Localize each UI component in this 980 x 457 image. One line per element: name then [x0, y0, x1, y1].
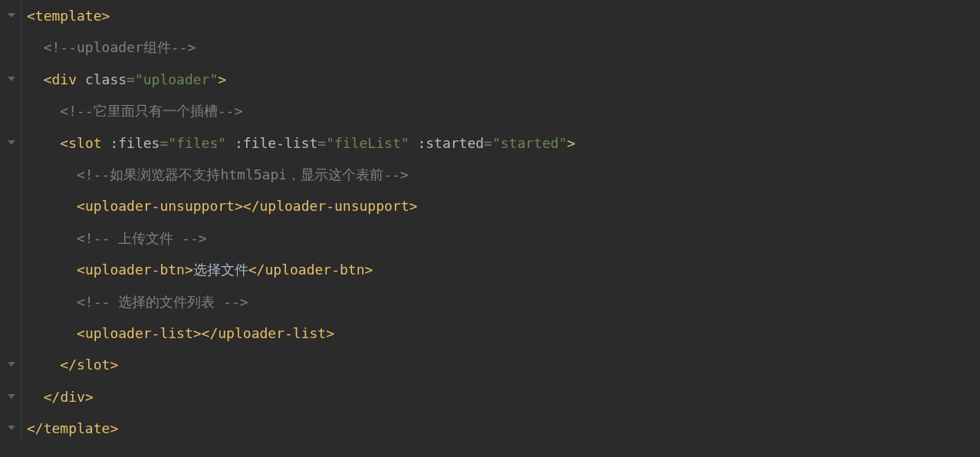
token-bracket: >	[85, 389, 94, 405]
code-line[interactable]: <uploader-list></uploader-list>	[23, 317, 980, 349]
fold-marker-icon[interactable]	[6, 393, 15, 402]
token-attr-value: ="fileList"	[317, 135, 417, 151]
token-bracket: <	[27, 8, 35, 24]
token-tag: template	[35, 8, 102, 24]
token-bracket: <	[44, 71, 52, 87]
token-bracket: ></	[235, 198, 260, 214]
token-tag: uploader-btn	[265, 261, 364, 278]
code-line[interactable]: <uploader-btn>选择文件</uploader-btn>	[23, 254, 980, 285]
code-line[interactable]: <slot :files="files" :file-list="fileLis…	[23, 127, 980, 159]
code-line[interactable]: <!-- 上传文件 -->	[23, 222, 980, 254]
token-bracket: <	[77, 198, 85, 214]
token-attr-name: :files	[110, 135, 159, 151]
token-bracket: ></	[193, 325, 219, 341]
token-attr-value: ="uploader"	[127, 71, 218, 87]
token-bracket: >	[102, 8, 110, 24]
code-line[interactable]: <uploader-unsupport></uploader-unsupport…	[23, 190, 980, 222]
token-attr-name: :started	[417, 135, 484, 151]
token-bracket: <	[77, 325, 85, 341]
token-bracket: </	[44, 389, 61, 405]
token-bracket: >	[110, 420, 118, 436]
fold-marker-icon[interactable]	[6, 424, 15, 433]
code-line[interactable]: <!--它里面只有一个插槽-->	[23, 95, 980, 127]
code-line[interactable]: <!--uploader组件-->	[23, 31, 980, 63]
token-tag: uploader-unsupport	[85, 198, 235, 214]
fold-marker-icon[interactable]	[6, 12, 15, 21]
token-bracket: <	[77, 261, 85, 278]
token-tag: slot	[77, 357, 110, 373]
token-comment: <!-- 选择的文件列表 -->	[77, 294, 248, 310]
token-attr-value: ="files"	[159, 135, 235, 151]
code-line[interactable]: <div class="uploader">	[23, 64, 980, 95]
code-line[interactable]: </slot>	[23, 349, 980, 380]
token-tag: slot	[68, 135, 110, 151]
token-tag: uploader-btn	[85, 261, 185, 278]
code-content[interactable]: <template> <!--uploader组件--> <div class=…	[23, 0, 980, 444]
code-line[interactable]: <!--如果浏览器不支持html5api，显示这个表前-->	[23, 159, 980, 190]
token-bracket: >	[185, 261, 193, 278]
token-bracket: >	[326, 325, 334, 341]
token-tag: div	[52, 71, 85, 87]
token-bracket: >	[365, 261, 373, 278]
token-bracket: >	[218, 71, 226, 87]
token-bracket: >	[409, 198, 418, 214]
token-text-content: 选择文件	[193, 261, 248, 278]
token-tag: template	[44, 420, 110, 436]
token-comment: <!--它里面只有一个插槽-->	[60, 103, 242, 119]
token-comment: <!-- 上传文件 -->	[77, 230, 207, 246]
token-bracket: >	[110, 357, 118, 373]
token-comment: <!--uploader组件-->	[44, 39, 196, 55]
code-line[interactable]: </template>	[23, 413, 980, 444]
code-line[interactable]: </div>	[23, 381, 980, 413]
token-bracket: </	[27, 420, 44, 436]
fold-marker-icon[interactable]	[6, 360, 15, 370]
token-tag: uploader-list	[85, 325, 193, 341]
code-line[interactable]: <!-- 选择的文件列表 -->	[23, 286, 980, 317]
editor-gutter	[0, 0, 21, 444]
fold-marker-icon[interactable]	[6, 139, 15, 148]
code-line[interactable]: <template>	[23, 0, 980, 31]
token-tag: div	[60, 389, 85, 405]
token-attr-name: class	[85, 71, 127, 87]
fold-marker-icon[interactable]	[6, 75, 15, 84]
token-tag: uploader-list	[218, 325, 326, 341]
token-bracket: >	[567, 135, 575, 151]
token-bracket: <	[60, 135, 68, 151]
code-editor[interactable]: <template> <!--uploader组件--> <div class=…	[0, 0, 980, 444]
token-bracket: </	[60, 357, 77, 373]
token-attr-name: :file-list	[235, 135, 317, 151]
token-attr-value: ="started"	[484, 135, 567, 151]
token-bracket: </	[248, 261, 265, 278]
token-tag: uploader-unsupport	[259, 198, 409, 214]
token-comment: <!--如果浏览器不支持html5api，显示这个表前-->	[77, 166, 409, 182]
